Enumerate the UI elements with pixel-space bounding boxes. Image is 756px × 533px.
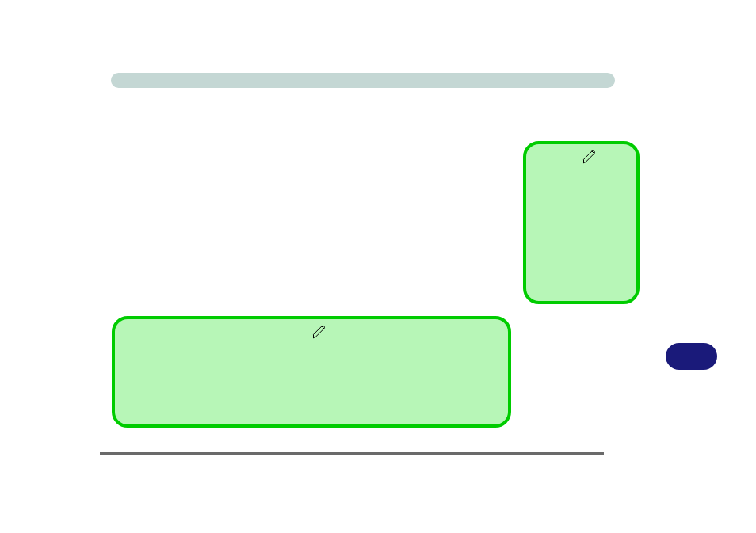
divider-line: [100, 452, 604, 455]
green-box-2[interactable]: [112, 316, 511, 428]
pen-icon: [582, 149, 598, 165]
pen-icon: [311, 324, 327, 340]
green-box-1[interactable]: [523, 141, 640, 304]
top-bar: [111, 73, 615, 88]
blue-pill-button[interactable]: [666, 343, 717, 370]
